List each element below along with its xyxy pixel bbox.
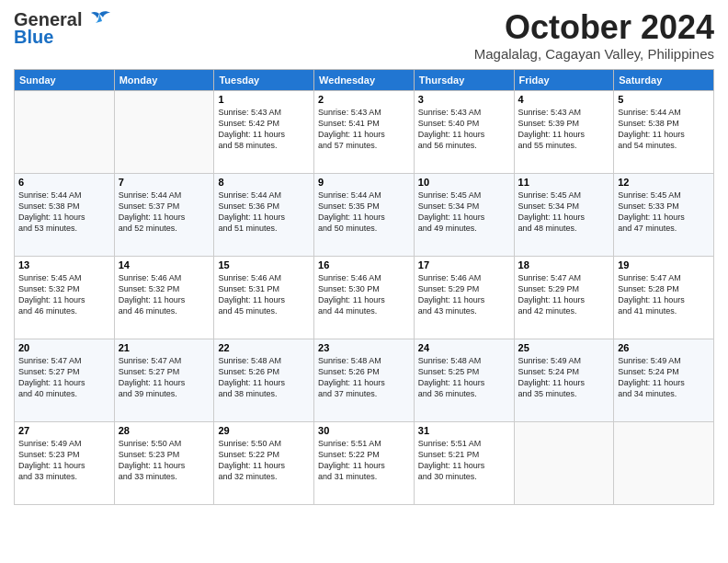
calendar-cell: 10Sunrise: 5:45 AMSunset: 5:34 PMDayligh… (414, 173, 514, 256)
day-info: Sunrise: 5:48 AMSunset: 5:26 PMDaylight:… (218, 355, 310, 400)
weekday-header-monday: Monday (114, 69, 214, 90)
page: General Blue October 2024 Magalalag, Cag… (0, 0, 728, 563)
day-info: Sunrise: 5:49 AMSunset: 5:24 PMDaylight:… (618, 355, 710, 400)
day-info: Sunrise: 5:46 AMSunset: 5:31 PMDaylight:… (218, 272, 310, 317)
day-number: 8 (218, 177, 310, 188)
calendar-cell: 15Sunrise: 5:46 AMSunset: 5:31 PMDayligh… (214, 256, 314, 339)
day-info: Sunrise: 5:48 AMSunset: 5:26 PMDaylight:… (318, 355, 410, 400)
weekday-header-thursday: Thursday (414, 69, 514, 90)
location-subtitle: Magalalag, Cagayan Valley, Philippines (474, 46, 714, 62)
day-info: Sunrise: 5:44 AMSunset: 5:37 PMDaylight:… (119, 190, 210, 235)
day-number: 31 (418, 425, 510, 436)
day-info: Sunrise: 5:50 AMSunset: 5:22 PMDaylight:… (218, 438, 310, 483)
calendar-body: 1Sunrise: 5:43 AMSunset: 5:42 PMDaylight… (15, 90, 714, 504)
day-number: 6 (18, 177, 110, 188)
day-number: 19 (618, 259, 710, 270)
calendar-cell: 9Sunrise: 5:44 AMSunset: 5:35 PMDaylight… (314, 173, 415, 256)
calendar-cell: 25Sunrise: 5:49 AMSunset: 5:24 PMDayligh… (514, 339, 614, 421)
title-block: October 2024 Magalalag, Cagayan Valley, … (474, 9, 714, 62)
day-number: 2 (318, 94, 410, 105)
day-info: Sunrise: 5:47 AMSunset: 5:28 PMDaylight:… (618, 272, 710, 317)
calendar-cell: 1Sunrise: 5:43 AMSunset: 5:42 PMDaylight… (214, 90, 314, 173)
day-info: Sunrise: 5:44 AMSunset: 5:35 PMDaylight:… (318, 190, 410, 235)
weekday-header-tuesday: Tuesday (214, 69, 314, 90)
day-number: 15 (218, 259, 310, 270)
day-number: 24 (418, 342, 510, 353)
weekday-header-wednesday: Wednesday (314, 69, 415, 90)
day-number: 23 (318, 342, 410, 353)
calendar-cell: 5Sunrise: 5:44 AMSunset: 5:38 PMDaylight… (614, 90, 714, 173)
day-info: Sunrise: 5:51 AMSunset: 5:22 PMDaylight:… (318, 438, 410, 483)
day-info: Sunrise: 5:45 AMSunset: 5:34 PMDaylight:… (418, 190, 510, 235)
month-title: October 2024 (474, 9, 714, 46)
calendar-cell: 28Sunrise: 5:50 AMSunset: 5:23 PMDayligh… (114, 421, 214, 504)
day-info: Sunrise: 5:43 AMSunset: 5:41 PMDaylight:… (318, 107, 410, 152)
calendar-cell: 26Sunrise: 5:49 AMSunset: 5:24 PMDayligh… (614, 339, 714, 421)
day-info: Sunrise: 5:45 AMSunset: 5:33 PMDaylight:… (618, 190, 710, 235)
day-number: 12 (618, 177, 710, 188)
calendar-cell (514, 421, 614, 504)
day-info: Sunrise: 5:47 AMSunset: 5:29 PMDaylight:… (518, 272, 610, 317)
day-number: 14 (119, 259, 210, 270)
calendar-cell (114, 90, 214, 173)
day-info: Sunrise: 5:47 AMSunset: 5:27 PMDaylight:… (18, 355, 110, 400)
calendar-cell: 19Sunrise: 5:47 AMSunset: 5:28 PMDayligh… (614, 256, 714, 339)
calendar-cell: 23Sunrise: 5:48 AMSunset: 5:26 PMDayligh… (314, 339, 415, 421)
day-number: 5 (618, 94, 710, 105)
day-number: 22 (218, 342, 310, 353)
day-number: 16 (318, 259, 410, 270)
day-number: 25 (518, 342, 610, 353)
calendar-cell: 2Sunrise: 5:43 AMSunset: 5:41 PMDaylight… (314, 90, 415, 173)
day-number: 20 (18, 342, 110, 353)
calendar-cell: 4Sunrise: 5:43 AMSunset: 5:39 PMDaylight… (514, 90, 614, 173)
day-number: 1 (218, 94, 310, 105)
day-info: Sunrise: 5:43 AMSunset: 5:39 PMDaylight:… (518, 107, 610, 152)
calendar-cell: 31Sunrise: 5:51 AMSunset: 5:21 PMDayligh… (414, 421, 514, 504)
day-info: Sunrise: 5:47 AMSunset: 5:27 PMDaylight:… (119, 355, 210, 400)
day-info: Sunrise: 5:43 AMSunset: 5:42 PMDaylight:… (218, 107, 310, 152)
logo-blue: Blue (14, 29, 112, 45)
day-info: Sunrise: 5:45 AMSunset: 5:32 PMDaylight:… (18, 272, 110, 317)
day-number: 11 (518, 177, 610, 188)
week-row-2: 13Sunrise: 5:45 AMSunset: 5:32 PMDayligh… (15, 256, 714, 339)
logo-bird-icon (86, 10, 112, 30)
calendar-cell: 18Sunrise: 5:47 AMSunset: 5:29 PMDayligh… (514, 256, 614, 339)
day-number: 3 (418, 94, 510, 105)
day-info: Sunrise: 5:51 AMSunset: 5:21 PMDaylight:… (418, 438, 510, 483)
day-number: 29 (218, 425, 310, 436)
day-number: 4 (518, 94, 610, 105)
day-number: 9 (318, 177, 410, 188)
calendar-cell: 14Sunrise: 5:46 AMSunset: 5:32 PMDayligh… (114, 256, 214, 339)
week-row-3: 20Sunrise: 5:47 AMSunset: 5:27 PMDayligh… (15, 339, 714, 421)
calendar-cell: 6Sunrise: 5:44 AMSunset: 5:38 PMDaylight… (15, 173, 115, 256)
day-number: 7 (119, 177, 210, 188)
weekday-header-row: SundayMondayTuesdayWednesdayThursdayFrid… (15, 69, 714, 90)
calendar-cell: 30Sunrise: 5:51 AMSunset: 5:22 PMDayligh… (314, 421, 415, 504)
day-number: 27 (18, 425, 110, 436)
weekday-header-saturday: Saturday (614, 69, 714, 90)
calendar-cell: 12Sunrise: 5:45 AMSunset: 5:33 PMDayligh… (614, 173, 714, 256)
week-row-1: 6Sunrise: 5:44 AMSunset: 5:38 PMDaylight… (15, 173, 714, 256)
calendar-cell: 3Sunrise: 5:43 AMSunset: 5:40 PMDaylight… (414, 90, 514, 173)
weekday-header-sunday: Sunday (15, 69, 115, 90)
day-info: Sunrise: 5:46 AMSunset: 5:29 PMDaylight:… (418, 272, 510, 317)
calendar-cell: 22Sunrise: 5:48 AMSunset: 5:26 PMDayligh… (214, 339, 314, 421)
calendar-cell: 21Sunrise: 5:47 AMSunset: 5:27 PMDayligh… (114, 339, 214, 421)
calendar-cell: 13Sunrise: 5:45 AMSunset: 5:32 PMDayligh… (15, 256, 115, 339)
day-number: 10 (418, 177, 510, 188)
day-number: 26 (618, 342, 710, 353)
calendar-cell: 16Sunrise: 5:46 AMSunset: 5:30 PMDayligh… (314, 256, 415, 339)
day-info: Sunrise: 5:48 AMSunset: 5:25 PMDaylight:… (418, 355, 510, 400)
week-row-4: 27Sunrise: 5:49 AMSunset: 5:23 PMDayligh… (15, 421, 714, 504)
day-number: 18 (518, 259, 610, 270)
calendar-cell (15, 90, 115, 173)
weekday-header-friday: Friday (514, 69, 614, 90)
calendar-header: SundayMondayTuesdayWednesdayThursdayFrid… (15, 69, 714, 90)
day-info: Sunrise: 5:46 AMSunset: 5:30 PMDaylight:… (318, 272, 410, 317)
calendar-cell: 17Sunrise: 5:46 AMSunset: 5:29 PMDayligh… (414, 256, 514, 339)
calendar-cell: 29Sunrise: 5:50 AMSunset: 5:22 PMDayligh… (214, 421, 314, 504)
day-number: 30 (318, 425, 410, 436)
day-info: Sunrise: 5:44 AMSunset: 5:38 PMDaylight:… (18, 190, 110, 235)
day-info: Sunrise: 5:49 AMSunset: 5:23 PMDaylight:… (18, 438, 110, 483)
day-info: Sunrise: 5:44 AMSunset: 5:36 PMDaylight:… (218, 190, 310, 235)
